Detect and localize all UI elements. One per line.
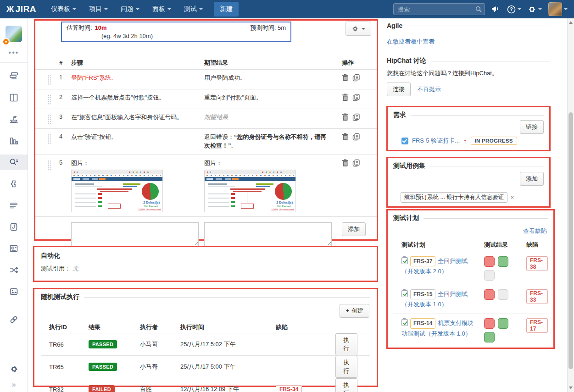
sidebar-item-backlog[interactable] xyxy=(0,68,28,84)
unexecuted-label: 100% Unexecuted xyxy=(271,208,294,211)
expected-text[interactable]: 用户登陆成功。 xyxy=(204,74,342,83)
drag-handle[interactable] xyxy=(47,75,51,85)
sidebar-settings-gear-icon[interactable] xyxy=(9,364,18,374)
sidebar-item-shuffle[interactable] xyxy=(0,262,28,278)
clone-step-icon[interactable] xyxy=(352,74,360,82)
sidebar-item-components[interactable] xyxy=(0,198,28,213)
testplan-key-badge[interactable]: FRS-14 xyxy=(410,318,435,328)
defect-link-badge[interactable]: FRS-17 xyxy=(526,318,548,333)
sidebar-item-contacts[interactable] xyxy=(0,241,28,256)
new-step-input[interactable] xyxy=(71,222,199,246)
step-text[interactable]: 在"旅客信息"面板输入名字和身份证号码。 xyxy=(71,113,204,122)
create-button[interactable]: 新建 xyxy=(214,2,239,17)
new-expected-input[interactable] xyxy=(204,222,332,246)
execute-button[interactable]: 执行 xyxy=(335,333,357,355)
expected-placeholder[interactable]: 期望结果 xyxy=(204,113,342,122)
expected-text[interactable]: 重定向到"付款"页面。 xyxy=(204,94,342,102)
execute-button[interactable]: 执行 xyxy=(335,356,357,378)
help-menu[interactable]: ? xyxy=(507,5,521,14)
execution-id[interactable]: TR32 xyxy=(49,386,89,392)
view-defects-link[interactable]: 查看缺陷 xyxy=(523,227,547,234)
step-text[interactable]: 登陆"FRS"系统。 xyxy=(71,74,204,83)
execution-status-square-red[interactable] xyxy=(484,289,495,300)
testplans-section-title: 测试计划 xyxy=(393,214,548,222)
image-icon xyxy=(9,287,19,297)
execution-id[interactable]: TR66 xyxy=(49,341,89,348)
clone-step-icon[interactable] xyxy=(352,133,360,141)
remove-testset-icon[interactable]: × xyxy=(510,194,514,201)
delete-step-icon[interactable] xyxy=(342,74,349,82)
requirement-issue-link[interactable]: FRS-5 验证持卡... xyxy=(412,137,460,145)
execution-status-square-green[interactable] xyxy=(498,318,508,329)
requirements-section-title: 需求 xyxy=(393,111,544,119)
sidebar-item-media[interactable] xyxy=(0,284,28,299)
sidebar-item-links[interactable] xyxy=(0,312,28,327)
sidebar-item-addons[interactable] xyxy=(0,176,28,192)
execution-status-square-gray[interactable] xyxy=(498,289,508,300)
clone-step-icon[interactable] xyxy=(352,159,360,167)
testset-tag[interactable]: 航班预订系统 ... 银行卡持有人信息验证 xyxy=(401,192,507,203)
testplan-key-badge[interactable]: FRS-37 xyxy=(410,256,435,266)
delete-step-icon[interactable] xyxy=(342,133,349,141)
sidebar-item-board[interactable] xyxy=(0,90,28,105)
scroll-up-arrow[interactable] xyxy=(569,21,573,24)
search-input[interactable] xyxy=(393,3,485,15)
clone-step-icon[interactable] xyxy=(352,113,360,121)
defect-link-badge[interactable]: FRS-33 xyxy=(526,289,548,304)
sidebar-collapse-icon[interactable]: » xyxy=(11,380,16,389)
scroll-down-arrow[interactable] xyxy=(569,386,573,389)
sidebar-item-pages[interactable] xyxy=(0,219,28,235)
jira-logo[interactable]: Ж JIRA xyxy=(6,4,36,14)
menu-projects[interactable]: 项目 xyxy=(83,0,114,18)
execution-status-square-gray[interactable] xyxy=(484,270,495,281)
execution-status-square-red[interactable] xyxy=(484,256,495,267)
testplan-key-badge[interactable]: FRS-15 xyxy=(410,289,435,299)
hipchat-dismiss-link[interactable]: 不再提示 xyxy=(417,85,441,94)
steps-settings-button[interactable] xyxy=(346,22,371,36)
menu-dashboards[interactable]: 仪表板 xyxy=(45,0,83,18)
scrollbar-thumb[interactable] xyxy=(568,112,573,369)
menu-issues[interactable]: 问题 xyxy=(114,0,146,18)
execution-status-square-green[interactable] xyxy=(484,332,495,342)
delete-step-icon[interactable] xyxy=(342,159,349,167)
clone-step-icon[interactable] xyxy=(352,94,360,101)
feedback-megaphone-icon[interactable] xyxy=(491,5,501,13)
create-execution-button[interactable]: +创建 xyxy=(340,304,369,318)
execution-id[interactable]: TR65 xyxy=(49,364,89,370)
defect-link-badge[interactable]: FRS-34 xyxy=(276,385,302,392)
execute-button[interactable]: 执行 xyxy=(335,378,357,392)
sidebar-item-releases[interactable] xyxy=(0,111,28,127)
drag-handle[interactable] xyxy=(47,134,51,144)
drag-handle[interactable] xyxy=(47,94,51,105)
add-step-button[interactable]: 添加 xyxy=(342,222,366,236)
step-attachment-screenshot[interactable]: 2 Defect(s) 0% Passed 100% Unexecuted xyxy=(71,170,163,212)
drag-handle[interactable] xyxy=(47,114,51,124)
execution-status-square-green[interactable] xyxy=(498,256,508,267)
view-on-agile-board-link[interactable]: 在敏捷看板中查看 xyxy=(387,38,550,46)
execution-status-square-red[interactable] xyxy=(484,318,495,329)
menu-tests[interactable]: 测试 xyxy=(178,0,209,18)
expected-text[interactable]: 返回错误：“您的身份证号与名称不相符，请再次检查！”。 xyxy=(204,133,342,150)
step-text[interactable]: 选择一个机票然后点击"付款"按钮。 xyxy=(71,94,204,102)
sidebar-more-icon[interactable]: ••• xyxy=(0,49,28,57)
delete-step-icon[interactable] xyxy=(342,113,349,121)
sidebar-item-reports[interactable] xyxy=(0,133,28,149)
link-requirement-button[interactable]: 链接 xyxy=(520,120,544,134)
drag-handle[interactable] xyxy=(47,160,51,170)
add-testset-button[interactable]: 添加 xyxy=(520,172,544,186)
annotation-box-adhoc-executions: 随机测试执行 +创建 执行ID结果执行者执行时间缺陷 TR66 PASSED 小… xyxy=(33,288,378,387)
requirement-checkbox[interactable] xyxy=(401,138,408,144)
expected-attachment-screenshot[interactable]: 2 Defect(s) 0% Passed 100% Unexecuted xyxy=(204,170,296,212)
contact-card-icon xyxy=(9,243,19,254)
sidebar-item-issues-search[interactable] xyxy=(0,155,28,170)
hipchat-connect-button[interactable]: 连接 xyxy=(387,83,411,96)
user-menu[interactable] xyxy=(548,2,568,16)
vertical-scrollbar[interactable] xyxy=(567,18,574,392)
project-avatar[interactable] xyxy=(6,26,22,42)
step-text[interactable]: 点击"验证"按钮。 xyxy=(71,133,204,142)
admin-gear-menu[interactable] xyxy=(528,5,542,14)
menu-boards[interactable]: 面板 xyxy=(146,0,178,18)
passed-label: 0% Passed xyxy=(144,205,158,208)
defect-link-badge[interactable]: FRS-38 xyxy=(526,256,548,271)
delete-step-icon[interactable] xyxy=(342,94,349,101)
